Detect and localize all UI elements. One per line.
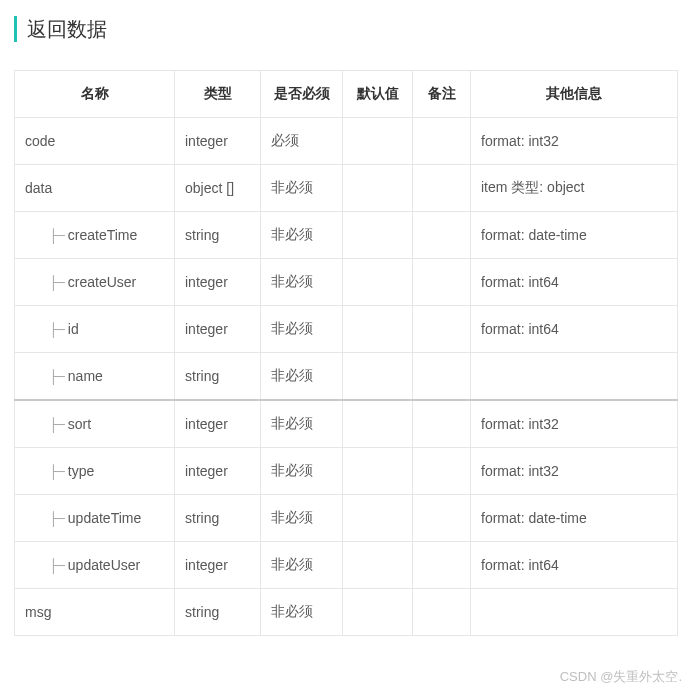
field-name: type (68, 463, 94, 479)
cell-remark (413, 542, 471, 589)
tree-branch-icon: ├─ (49, 322, 64, 338)
field-name: createTime (68, 227, 138, 243)
cell-default (343, 400, 413, 448)
cell-other: format: int64 (471, 306, 678, 353)
cell-remark (413, 448, 471, 495)
cell-name: code (15, 118, 175, 165)
field-name: data (25, 180, 52, 196)
cell-name: ├─name (15, 353, 175, 401)
cell-default (343, 259, 413, 306)
col-type: 类型 (175, 71, 261, 118)
cell-remark (413, 400, 471, 448)
cell-default (343, 212, 413, 259)
col-required: 是否必须 (261, 71, 343, 118)
cell-name: ├─type (15, 448, 175, 495)
tree-branch-icon: ├─ (49, 558, 64, 574)
table-row: msgstring非必须 (15, 589, 678, 636)
table-row: codeinteger必须format: int32 (15, 118, 678, 165)
cell-default (343, 448, 413, 495)
cell-name: msg (15, 589, 175, 636)
cell-required: 非必须 (261, 495, 343, 542)
table-row: ├─typeinteger非必须format: int32 (15, 448, 678, 495)
table-row: ├─idinteger非必须format: int64 (15, 306, 678, 353)
cell-name: ├─createTime (15, 212, 175, 259)
table-header-row: 名称 类型 是否必须 默认值 备注 其他信息 (15, 71, 678, 118)
table-row: dataobject []非必须item 类型: object (15, 165, 678, 212)
field-name: id (68, 321, 79, 337)
table-row: ├─namestring非必须 (15, 353, 678, 401)
cell-required: 非必须 (261, 400, 343, 448)
cell-default (343, 306, 413, 353)
tree-branch-icon: ├─ (49, 464, 64, 480)
cell-default (343, 353, 413, 401)
cell-type: string (175, 212, 261, 259)
tree-branch-icon: ├─ (49, 228, 64, 244)
field-name: msg (25, 604, 51, 620)
response-table: 名称 类型 是否必须 默认值 备注 其他信息 codeinteger必须form… (14, 70, 678, 636)
tree-branch-icon: ├─ (49, 369, 64, 385)
cell-required: 必须 (261, 118, 343, 165)
cell-default (343, 589, 413, 636)
cell-name: ├─sort (15, 400, 175, 448)
col-default: 默认值 (343, 71, 413, 118)
table-row: ├─updateTimestring非必须format: date-time (15, 495, 678, 542)
cell-name: data (15, 165, 175, 212)
cell-remark (413, 259, 471, 306)
cell-required: 非必须 (261, 448, 343, 495)
cell-type: integer (175, 259, 261, 306)
section-title: 返回数据 (14, 16, 678, 42)
cell-required: 非必须 (261, 259, 343, 306)
cell-remark (413, 165, 471, 212)
cell-other: format: int32 (471, 400, 678, 448)
table-row: ├─sortinteger非必须format: int32 (15, 400, 678, 448)
cell-default (343, 495, 413, 542)
cell-default (343, 118, 413, 165)
cell-other: format: date-time (471, 212, 678, 259)
cell-remark (413, 212, 471, 259)
cell-other: format: date-time (471, 495, 678, 542)
cell-required: 非必须 (261, 542, 343, 589)
col-remark: 备注 (413, 71, 471, 118)
cell-required: 非必须 (261, 165, 343, 212)
field-name: updateUser (68, 557, 140, 573)
cell-other: format: int32 (471, 118, 678, 165)
cell-type: object [] (175, 165, 261, 212)
field-name: sort (68, 416, 91, 432)
col-name: 名称 (15, 71, 175, 118)
cell-name: ├─createUser (15, 259, 175, 306)
cell-remark (413, 495, 471, 542)
cell-type: integer (175, 118, 261, 165)
col-other: 其他信息 (471, 71, 678, 118)
cell-other: format: int32 (471, 448, 678, 495)
cell-type: integer (175, 542, 261, 589)
field-name: code (25, 133, 55, 149)
cell-type: integer (175, 400, 261, 448)
cell-remark (413, 353, 471, 401)
cell-type: string (175, 353, 261, 401)
cell-other: format: int64 (471, 259, 678, 306)
cell-other: format: int64 (471, 542, 678, 589)
cell-type: integer (175, 448, 261, 495)
tree-branch-icon: ├─ (49, 417, 64, 433)
cell-remark (413, 118, 471, 165)
field-name: updateTime (68, 510, 141, 526)
cell-default (343, 165, 413, 212)
cell-other (471, 589, 678, 636)
cell-name: ├─updateUser (15, 542, 175, 589)
cell-default (343, 542, 413, 589)
field-name: createUser (68, 274, 136, 290)
field-name: name (68, 368, 103, 384)
cell-required: 非必须 (261, 306, 343, 353)
cell-remark (413, 589, 471, 636)
cell-name: ├─updateTime (15, 495, 175, 542)
table-row: ├─updateUserinteger非必须format: int64 (15, 542, 678, 589)
table-row: ├─createTimestring非必须format: date-time (15, 212, 678, 259)
cell-required: 非必须 (261, 212, 343, 259)
cell-type: integer (175, 306, 261, 353)
cell-name: ├─id (15, 306, 175, 353)
tree-branch-icon: ├─ (49, 275, 64, 291)
cell-type: string (175, 589, 261, 636)
cell-type: string (175, 495, 261, 542)
cell-other (471, 353, 678, 401)
cell-required: 非必须 (261, 353, 343, 401)
